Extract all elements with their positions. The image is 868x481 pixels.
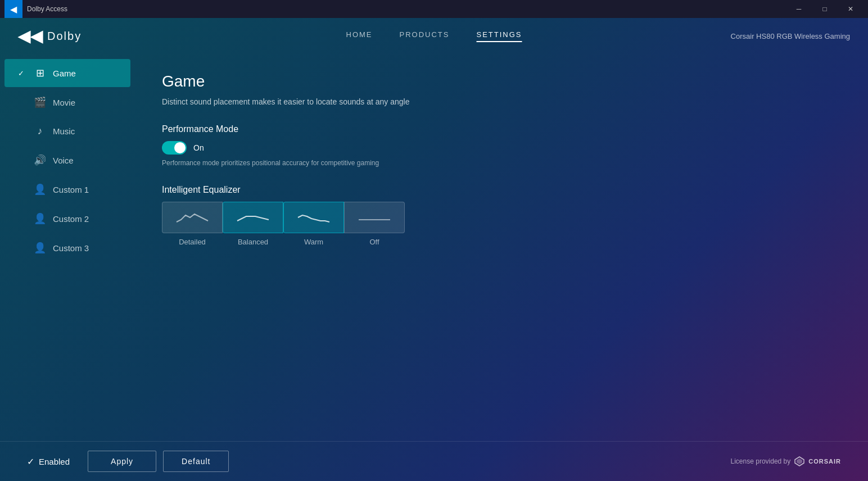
equalizer-options: Detailed Balanced: [162, 202, 841, 246]
restore-button[interactable]: □: [812, 0, 838, 18]
eq-curve-warm: [297, 210, 331, 225]
corsair-logo-icon: [794, 456, 805, 466]
toggle-state-label: On: [193, 143, 204, 152]
back-icon: ◀: [10, 4, 17, 15]
sidebar-icon-game: ⊞: [34, 67, 46, 79]
enabled-section: ✓ Enabled: [27, 456, 70, 467]
sidebar-icon-movie: 🎬: [34, 96, 46, 108]
sidebar-item-custom2[interactable]: 👤 Custom 2: [4, 205, 130, 233]
license-section: License provided by CORSAIR: [731, 456, 841, 466]
sidebar-item-voice[interactable]: 🔊 Voice: [4, 146, 130, 174]
toggle-knob: [174, 142, 186, 153]
sidebar-label-movie: Movie: [53, 98, 75, 107]
sidebar-icon-voice: 🔊: [34, 154, 46, 166]
performance-mode-toggle-row: On: [162, 141, 841, 155]
sidebar-item-music[interactable]: ♪ Music: [4, 117, 130, 145]
eq-option-balanced[interactable]: Balanced: [223, 202, 283, 246]
eq-curve-detailed: [175, 210, 209, 225]
close-button[interactable]: ✕: [838, 0, 864, 18]
eq-label-off: Off: [369, 238, 379, 246]
minimize-button[interactable]: ─: [786, 0, 812, 18]
nav-settings[interactable]: SETTINGS: [476, 30, 522, 42]
eq-label-detailed: Detailed: [179, 238, 206, 246]
sidebar-label-music: Music: [53, 126, 75, 136]
titlebar-title: Dolby Access: [27, 5, 786, 13]
nav-products[interactable]: PRODUCTS: [400, 30, 450, 42]
sidebar-item-custom3[interactable]: 👤 Custom 3: [4, 234, 130, 262]
eq-option-warm[interactable]: Warm: [283, 202, 344, 246]
logo-text: Dolby: [47, 30, 82, 43]
sidebar-check-game: ✓: [18, 69, 27, 78]
sidebar-icon-custom2: 👤: [34, 212, 46, 225]
eq-label-warm: Warm: [304, 238, 323, 246]
eq-option-detailed[interactable]: Detailed: [162, 202, 223, 246]
nav: HOME PRODUCTS SETTINGS: [346, 30, 522, 42]
eq-btn-balanced[interactable]: [223, 202, 283, 233]
sidebar-label-custom3: Custom 3: [53, 243, 89, 253]
titlebar: ◀ Dolby Access ─ □ ✕: [0, 0, 868, 18]
sidebar-item-custom1[interactable]: 👤 Custom 1: [4, 175, 130, 203]
logo: ◀◀ Dolby: [18, 27, 82, 46]
license-text: License provided by: [731, 457, 791, 465]
equalizer-section: Intelligent Equalizer Detailed: [162, 185, 841, 246]
performance-mode-title: Performance Mode: [162, 124, 841, 134]
sidebar-label-voice: Voice: [53, 156, 74, 165]
eq-btn-warm[interactable]: [283, 202, 344, 233]
sidebar-icon-custom3: 👤: [34, 242, 46, 254]
header: ◀◀ Dolby HOME PRODUCTS SETTINGS Corsair …: [0, 18, 868, 55]
eq-btn-detailed[interactable]: [162, 202, 223, 233]
eq-btn-off[interactable]: [344, 202, 405, 233]
panel-title: Game: [162, 72, 841, 90]
sidebar-item-game[interactable]: ✓ ⊞ Game: [4, 59, 130, 87]
footer-buttons: Apply Default: [88, 451, 229, 472]
enabled-check-icon: ✓: [27, 456, 34, 467]
equalizer-title: Intelligent Equalizer: [162, 185, 841, 195]
nav-home[interactable]: HOME: [346, 30, 373, 42]
window-controls: ─ □ ✕: [786, 0, 864, 18]
device-name: Corsair HS80 RGB Wireless Gaming: [731, 32, 850, 40]
back-button[interactable]: ◀: [4, 0, 22, 18]
eq-curve-balanced: [236, 210, 270, 225]
enabled-label: Enabled: [39, 457, 70, 466]
sidebar-icon-custom1: 👤: [34, 183, 46, 196]
footer: ✓ Enabled Apply Default License provided…: [0, 441, 868, 481]
eq-option-off[interactable]: Off: [344, 202, 405, 246]
app-container: ◀◀ Dolby HOME PRODUCTS SETTINGS Corsair …: [0, 18, 868, 481]
performance-mode-toggle[interactable]: [162, 141, 187, 155]
logo-icon: ◀◀: [18, 27, 43, 46]
panel-description: Distinct sound placement makes it easier…: [162, 97, 841, 106]
apply-button[interactable]: Apply: [88, 451, 156, 472]
sidebar-icon-music: ♪: [34, 125, 46, 137]
eq-label-balanced: Balanced: [238, 238, 268, 246]
svg-marker-2: [797, 459, 802, 464]
sidebar-label-game: Game: [53, 69, 76, 78]
default-button[interactable]: Default: [163, 451, 229, 472]
sidebar-label-custom1: Custom 1: [53, 185, 89, 194]
sidebar-item-movie[interactable]: 🎬 Movie: [4, 88, 130, 116]
main-panel: Game Distinct sound placement makes it e…: [135, 55, 868, 441]
sidebar: ✓ ⊞ Game 🎬 Movie ♪ Music 🔊 Voice �: [0, 55, 135, 441]
corsair-label: CORSAIR: [808, 458, 841, 465]
content: ✓ ⊞ Game 🎬 Movie ♪ Music 🔊 Voice �: [0, 55, 868, 441]
eq-curve-off: [358, 210, 391, 225]
sidebar-label-custom2: Custom 2: [53, 214, 89, 224]
performance-mode-desc: Performance mode prioritizes positional …: [162, 159, 841, 167]
